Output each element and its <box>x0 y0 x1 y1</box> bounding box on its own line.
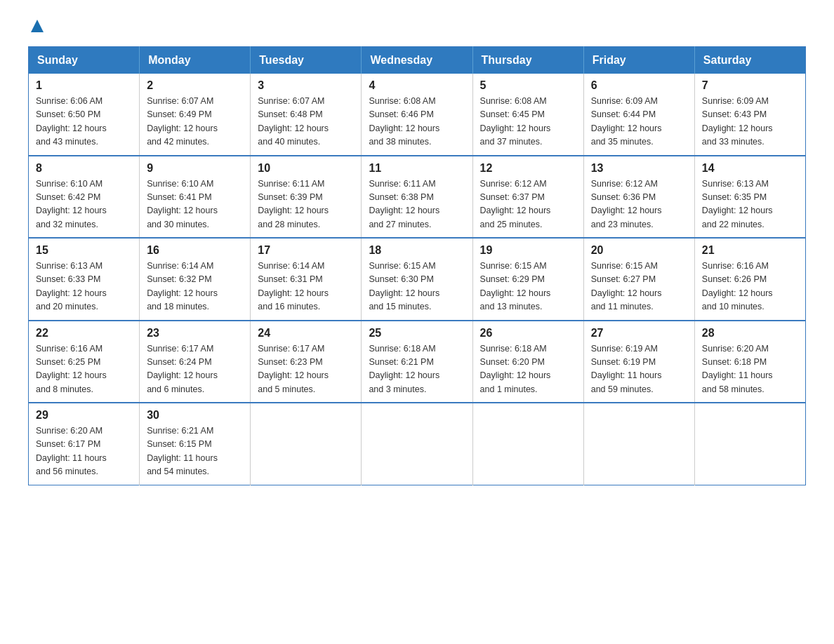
calendar-cell: 1 Sunrise: 6:06 AMSunset: 6:50 PMDayligh… <box>29 74 140 156</box>
calendar-cell: 27 Sunrise: 6:19 AMSunset: 6:19 PMDaylig… <box>583 321 694 403</box>
day-number: 14 <box>702 162 798 175</box>
day-info: Sunrise: 6:16 AMSunset: 6:26 PMDaylight:… <box>702 261 773 311</box>
day-info: Sunrise: 6:10 AMSunset: 6:41 PMDaylight:… <box>147 179 218 229</box>
weekday-header-wednesday: Wednesday <box>362 47 472 74</box>
day-info: Sunrise: 6:20 AMSunset: 6:17 PMDaylight:… <box>36 426 107 476</box>
day-info: Sunrise: 6:12 AMSunset: 6:37 PMDaylight:… <box>480 179 551 229</box>
calendar-cell: 24 Sunrise: 6:17 AMSunset: 6:23 PMDaylig… <box>251 321 362 403</box>
day-info: Sunrise: 6:17 AMSunset: 6:24 PMDaylight:… <box>147 344 218 394</box>
calendar-cell <box>694 403 805 485</box>
day-info: Sunrise: 6:14 AMSunset: 6:32 PMDaylight:… <box>147 261 218 311</box>
day-number: 2 <box>147 79 243 92</box>
day-number: 6 <box>591 79 687 92</box>
day-info: Sunrise: 6:11 AMSunset: 6:39 PMDaylight:… <box>258 179 329 229</box>
day-info: Sunrise: 6:16 AMSunset: 6:25 PMDaylight:… <box>36 344 107 394</box>
day-info: Sunrise: 6:21 AMSunset: 6:15 PMDaylight:… <box>147 426 218 476</box>
day-info: Sunrise: 6:13 AMSunset: 6:33 PMDaylight:… <box>36 261 107 311</box>
weekday-header-thursday: Thursday <box>472 47 583 74</box>
day-info: Sunrise: 6:07 AMSunset: 6:49 PMDaylight:… <box>147 96 218 147</box>
calendar-cell: 16 Sunrise: 6:14 AMSunset: 6:32 PMDaylig… <box>140 238 251 321</box>
day-number: 26 <box>480 327 576 340</box>
day-info: Sunrise: 6:15 AMSunset: 6:30 PMDaylight:… <box>369 261 439 311</box>
calendar-cell: 13 Sunrise: 6:12 AMSunset: 6:36 PMDaylig… <box>583 156 694 239</box>
day-number: 16 <box>147 244 243 257</box>
calendar-cell <box>251 403 362 485</box>
day-number: 30 <box>147 409 243 422</box>
calendar-cell: 30 Sunrise: 6:21 AMSunset: 6:15 PMDaylig… <box>140 403 251 485</box>
logo-triangle-icon <box>31 20 44 32</box>
calendar-cell <box>583 403 694 485</box>
calendar-cell: 5 Sunrise: 6:08 AMSunset: 6:45 PMDayligh… <box>472 74 583 156</box>
day-number: 20 <box>591 244 687 257</box>
calendar-cell: 26 Sunrise: 6:18 AMSunset: 6:20 PMDaylig… <box>472 321 583 403</box>
day-number: 8 <box>36 162 132 175</box>
day-number: 17 <box>258 244 354 257</box>
day-number: 1 <box>36 79 132 92</box>
calendar-week-row: 22 Sunrise: 6:16 AMSunset: 6:25 PMDaylig… <box>29 321 806 403</box>
day-info: Sunrise: 6:08 AMSunset: 6:45 PMDaylight:… <box>480 96 551 147</box>
calendar-cell: 20 Sunrise: 6:15 AMSunset: 6:27 PMDaylig… <box>583 238 694 321</box>
day-number: 27 <box>591 327 687 340</box>
calendar-cell: 28 Sunrise: 6:20 AMSunset: 6:18 PMDaylig… <box>694 321 805 403</box>
day-number: 19 <box>480 244 576 257</box>
day-number: 28 <box>702 327 798 340</box>
day-info: Sunrise: 6:20 AMSunset: 6:18 PMDaylight:… <box>702 344 773 394</box>
logo <box>28 21 44 32</box>
calendar-body: 1 Sunrise: 6:06 AMSunset: 6:50 PMDayligh… <box>29 74 806 485</box>
day-info: Sunrise: 6:19 AMSunset: 6:19 PMDaylight:… <box>591 344 662 394</box>
calendar-cell: 14 Sunrise: 6:13 AMSunset: 6:35 PMDaylig… <box>694 156 805 239</box>
day-info: Sunrise: 6:15 AMSunset: 6:27 PMDaylight:… <box>591 261 662 311</box>
day-info: Sunrise: 6:09 AMSunset: 6:44 PMDaylight:… <box>591 96 662 147</box>
calendar-cell: 7 Sunrise: 6:09 AMSunset: 6:43 PMDayligh… <box>694 74 805 156</box>
day-number: 25 <box>369 327 465 340</box>
calendar-cell: 3 Sunrise: 6:07 AMSunset: 6:48 PMDayligh… <box>251 74 362 156</box>
calendar-cell: 10 Sunrise: 6:11 AMSunset: 6:39 PMDaylig… <box>251 156 362 239</box>
day-info: Sunrise: 6:07 AMSunset: 6:48 PMDaylight:… <box>258 96 329 147</box>
weekday-header-saturday: Saturday <box>694 47 805 74</box>
calendar-cell: 22 Sunrise: 6:16 AMSunset: 6:25 PMDaylig… <box>29 321 140 403</box>
day-number: 4 <box>369 79 465 92</box>
day-number: 18 <box>369 244 465 257</box>
day-info: Sunrise: 6:14 AMSunset: 6:31 PMDaylight:… <box>258 261 329 311</box>
day-info: Sunrise: 6:15 AMSunset: 6:29 PMDaylight:… <box>480 261 551 311</box>
calendar-cell: 6 Sunrise: 6:09 AMSunset: 6:44 PMDayligh… <box>583 74 694 156</box>
calendar-table: SundayMondayTuesdayWednesdayThursdayFrid… <box>28 46 806 485</box>
day-info: Sunrise: 6:06 AMSunset: 6:50 PMDaylight:… <box>36 96 107 147</box>
calendar-cell: 17 Sunrise: 6:14 AMSunset: 6:31 PMDaylig… <box>251 238 362 321</box>
day-info: Sunrise: 6:11 AMSunset: 6:38 PMDaylight:… <box>369 179 439 229</box>
day-number: 29 <box>36 409 132 422</box>
calendar-cell: 29 Sunrise: 6:20 AMSunset: 6:17 PMDaylig… <box>29 403 140 485</box>
day-number: 22 <box>36 327 132 340</box>
calendar-cell: 12 Sunrise: 6:12 AMSunset: 6:37 PMDaylig… <box>472 156 583 239</box>
calendar-week-row: 15 Sunrise: 6:13 AMSunset: 6:33 PMDaylig… <box>29 238 806 321</box>
day-info: Sunrise: 6:18 AMSunset: 6:21 PMDaylight:… <box>369 344 439 394</box>
day-number: 21 <box>702 244 798 257</box>
calendar-cell: 23 Sunrise: 6:17 AMSunset: 6:24 PMDaylig… <box>140 321 251 403</box>
weekday-header-monday: Monday <box>140 47 251 74</box>
calendar-cell: 25 Sunrise: 6:18 AMSunset: 6:21 PMDaylig… <box>362 321 472 403</box>
calendar-cell: 8 Sunrise: 6:10 AMSunset: 6:42 PMDayligh… <box>29 156 140 239</box>
day-number: 3 <box>258 79 354 92</box>
weekday-header-tuesday: Tuesday <box>251 47 362 74</box>
calendar-cell: 2 Sunrise: 6:07 AMSunset: 6:49 PMDayligh… <box>140 74 251 156</box>
calendar-cell: 21 Sunrise: 6:16 AMSunset: 6:26 PMDaylig… <box>694 238 805 321</box>
calendar-cell: 4 Sunrise: 6:08 AMSunset: 6:46 PMDayligh… <box>362 74 472 156</box>
day-number: 9 <box>147 162 243 175</box>
day-info: Sunrise: 6:12 AMSunset: 6:36 PMDaylight:… <box>591 179 662 229</box>
day-number: 23 <box>147 327 243 340</box>
day-info: Sunrise: 6:08 AMSunset: 6:46 PMDaylight:… <box>369 96 439 147</box>
calendar-week-row: 8 Sunrise: 6:10 AMSunset: 6:42 PMDayligh… <box>29 156 806 239</box>
weekday-header-sunday: Sunday <box>29 47 140 74</box>
calendar-cell <box>472 403 583 485</box>
calendar-cell: 19 Sunrise: 6:15 AMSunset: 6:29 PMDaylig… <box>472 238 583 321</box>
day-info: Sunrise: 6:09 AMSunset: 6:43 PMDaylight:… <box>702 96 773 147</box>
day-info: Sunrise: 6:17 AMSunset: 6:23 PMDaylight:… <box>258 344 329 394</box>
calendar-week-row: 29 Sunrise: 6:20 AMSunset: 6:17 PMDaylig… <box>29 403 806 485</box>
weekday-header-friday: Friday <box>583 47 694 74</box>
day-info: Sunrise: 6:13 AMSunset: 6:35 PMDaylight:… <box>702 179 773 229</box>
day-number: 12 <box>480 162 576 175</box>
day-info: Sunrise: 6:18 AMSunset: 6:20 PMDaylight:… <box>480 344 551 394</box>
day-info: Sunrise: 6:10 AMSunset: 6:42 PMDaylight:… <box>36 179 107 229</box>
calendar-cell: 11 Sunrise: 6:11 AMSunset: 6:38 PMDaylig… <box>362 156 472 239</box>
day-number: 11 <box>369 162 465 175</box>
